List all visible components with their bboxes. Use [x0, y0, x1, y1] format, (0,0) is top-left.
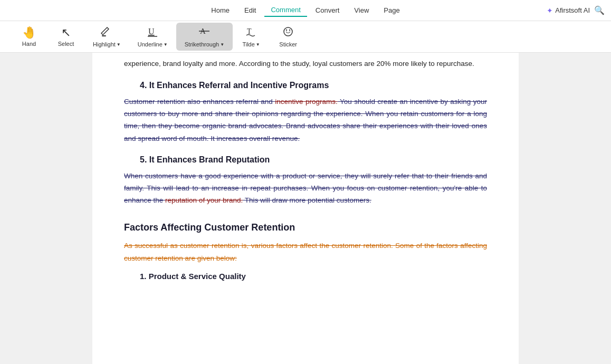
tool-sticker[interactable]: Sticker — [270, 23, 307, 51]
svg-rect-0 — [102, 35, 106, 36]
tool-hand[interactable]: 🤚 Hand — [11, 24, 47, 50]
menu-right-area: ✦ Afirstsoft AI 🔍 — [547, 5, 605, 15]
tilde-arrow: ▼ — [256, 42, 260, 47]
sticker-label: Sticker — [279, 41, 297, 47]
svg-text:T: T — [247, 27, 252, 35]
page-area: experience, brand loyalty and more. Acco… — [0, 53, 611, 364]
svg-point-6 — [284, 27, 292, 36]
svg-point-8 — [289, 30, 290, 31]
tilde-label: Tilde ▼ — [242, 41, 260, 47]
ai-label: Afirstsoft AI — [555, 6, 590, 14]
section5-heading: 5. It Enhances Brand Reputation — [140, 155, 487, 165]
sticker-icon — [282, 26, 294, 39]
tool-strikethrough[interactable]: A Strikethrough ▼ — [176, 23, 233, 51]
menu-edit[interactable]: Edit — [238, 4, 262, 16]
tilde-icon: T — [245, 26, 257, 39]
menu-home[interactable]: Home — [205, 4, 236, 16]
ai-button[interactable]: ✦ Afirstsoft AI — [547, 6, 590, 15]
section4-heading: 4. It Enhances Referral and Incentive Pr… — [140, 81, 487, 90]
tool-select[interactable]: ↖ Select — [47, 24, 84, 50]
section4-text1: Customer retention also enhances referra… — [124, 98, 275, 106]
underline-arrow: ▼ — [164, 42, 168, 47]
strikethrough-icon: A — [198, 26, 210, 39]
menu-view[interactable]: View — [348, 4, 375, 16]
highlight-label: Highlight ▼ — [93, 41, 121, 47]
select-label: Select — [58, 41, 74, 47]
hand-label: Hand — [22, 41, 36, 47]
search-icon[interactable]: 🔍 — [594, 5, 605, 15]
left-sidebar — [0, 53, 92, 364]
section4-para: Customer retention also enhances referra… — [124, 95, 487, 145]
intro-text: experience, brand loyalty and more. Acco… — [124, 58, 487, 70]
doc-content: experience, brand loyalty and more. Acco… — [124, 53, 487, 281]
menu-comment[interactable]: Comment — [264, 4, 307, 17]
ai-star-icon: ✦ — [547, 6, 553, 15]
subsection1-heading: 1. Product & Service Quality — [140, 272, 487, 281]
toolbar: 🤚 Hand ↖ Select Highlight ▼ U Un — [0, 21, 611, 53]
tool-highlight[interactable]: Highlight ▼ — [84, 23, 129, 51]
svg-text:U: U — [148, 27, 155, 36]
tool-underline[interactable]: U Underline ▼ — [129, 23, 176, 51]
strikethrough-label: Strikethrough ▼ — [185, 41, 224, 47]
document-page: experience, brand loyalty and more. Acco… — [92, 53, 519, 364]
underline-label: Underline ▼ — [138, 41, 168, 47]
highlight-arrow: ▼ — [117, 42, 121, 47]
section5-para: When customers have a good experience wi… — [124, 170, 487, 207]
factors-heading: Factors Affecting Customer Retention — [124, 222, 487, 233]
section5-link: reputation of your brand. — [165, 196, 243, 204]
hand-icon: 🤚 — [22, 27, 36, 39]
select-icon: ↖ — [61, 27, 71, 39]
right-sidebar — [519, 53, 611, 364]
menu-bar: Home Edit Comment Convert View Page ✦ Af… — [0, 0, 611, 21]
tool-tilde[interactable]: T Tilde ▼ — [233, 23, 270, 51]
menu-convert[interactable]: Convert — [309, 4, 346, 16]
section5-text2: This will draw more potential customers. — [243, 196, 371, 204]
highlight-icon — [101, 26, 112, 39]
menu-page[interactable]: Page — [377, 4, 406, 16]
strikethrough-arrow: ▼ — [220, 42, 224, 47]
svg-point-7 — [286, 30, 287, 31]
underline-icon: U — [147, 26, 158, 39]
section4-link: incentive programs. — [275, 98, 338, 106]
factors-para: As successful as customer retention is, … — [124, 240, 487, 264]
